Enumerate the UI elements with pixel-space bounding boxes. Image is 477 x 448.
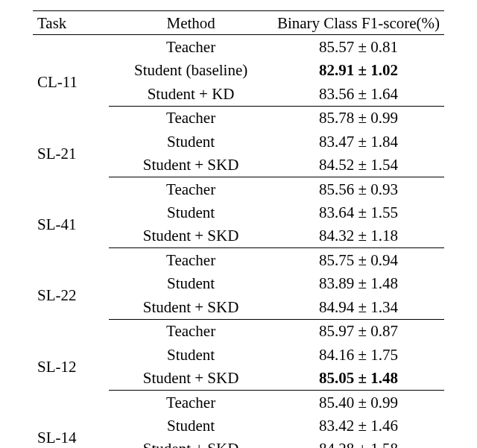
table-body: Teacher85.57 ± 0.81CL-11Student (baselin… <box>33 35 444 448</box>
score-cell: 85.56 ± 0.93 <box>273 177 444 201</box>
method-cell: Teacher <box>109 391 273 414</box>
method-cell: Student <box>109 343 273 366</box>
score-cell: 85.57 ± 0.81 <box>273 35 444 59</box>
score-cell: 85.40 ± 0.99 <box>273 391 444 414</box>
method-cell: Teacher <box>109 177 273 201</box>
task-cell-empty <box>33 319 109 343</box>
table-row: Teacher85.97 ± 0.87 <box>33 319 444 343</box>
table-row: Teacher85.57 ± 0.81 <box>33 35 444 59</box>
table-row: SL-21Student83.47 ± 1.84 <box>33 130 444 153</box>
score-cell: 85.75 ± 0.94 <box>273 248 444 272</box>
method-cell: Teacher <box>109 319 273 343</box>
method-cell: Student (baseline) <box>109 59 273 82</box>
results-table: Task Method Binary Class F1-score(%) Tea… <box>33 10 444 448</box>
task-cell-empty <box>33 391 109 414</box>
table-row: Teacher85.75 ± 0.94 <box>33 248 444 272</box>
table-row: SL-14Student83.42 ± 1.46 <box>33 414 444 437</box>
score-cell: 82.91 ± 1.02 <box>273 59 444 82</box>
score-cell: 84.94 ± 1.34 <box>273 295 444 319</box>
method-cell: Student + SKD <box>109 295 273 319</box>
method-cell: Student + SKD <box>109 224 273 248</box>
col-header-task: Task <box>33 11 109 35</box>
score-cell: 84.16 ± 1.75 <box>273 343 444 366</box>
method-cell: Student + SKD <box>109 438 273 448</box>
method-cell: Student <box>109 272 273 295</box>
table-header-row: Task Method Binary Class F1-score(%) <box>33 11 444 35</box>
method-cell: Student <box>109 130 273 153</box>
score-cell: 85.97 ± 0.87 <box>273 319 444 343</box>
table-row: SL-12Student84.16 ± 1.75 <box>33 343 444 366</box>
table-row: Teacher85.56 ± 0.93 <box>33 177 444 201</box>
score-cell: 84.32 ± 1.18 <box>273 224 444 248</box>
score-cell: 83.56 ± 1.64 <box>273 82 444 106</box>
col-header-score: Binary Class F1-score(%) <box>273 11 444 35</box>
method-cell: Student <box>109 414 273 437</box>
method-cell: Teacher <box>109 106 273 130</box>
score-cell: 83.89 ± 1.48 <box>273 272 444 295</box>
method-cell: Teacher <box>109 35 273 59</box>
table-row: SL-22Student83.89 ± 1.48 <box>33 272 444 295</box>
task-cell: SL-14 <box>33 414 109 448</box>
task-cell: SL-41 <box>33 201 109 248</box>
task-cell: SL-12 <box>33 343 109 390</box>
method-cell: Student + SKD <box>109 154 273 177</box>
task-cell: SL-22 <box>33 272 109 319</box>
score-cell: 83.47 ± 1.84 <box>273 130 444 153</box>
task-cell-empty <box>33 35 109 59</box>
score-cell: 85.05 ± 1.48 <box>273 367 444 391</box>
method-cell: Student <box>109 201 273 224</box>
task-cell-empty <box>33 106 109 130</box>
table-row: SL-41Student83.64 ± 1.55 <box>33 201 444 224</box>
method-cell: Student + KD <box>109 82 273 106</box>
table-row: Teacher85.40 ± 0.99 <box>33 391 444 414</box>
score-cell: 83.42 ± 1.46 <box>273 414 444 437</box>
method-cell: Student + SKD <box>109 367 273 391</box>
col-header-method: Method <box>109 11 273 35</box>
score-cell: 84.28 ± 1.58 <box>273 438 444 448</box>
score-cell: 85.78 ± 0.99 <box>273 106 444 130</box>
method-cell: Teacher <box>109 248 273 272</box>
table-row: Teacher85.78 ± 0.99 <box>33 106 444 130</box>
task-cell-empty <box>33 248 109 272</box>
score-cell: 84.52 ± 1.54 <box>273 154 444 177</box>
task-cell: SL-21 <box>33 130 109 177</box>
task-cell-empty <box>33 177 109 201</box>
task-cell: CL-11 <box>33 59 109 106</box>
score-cell: 83.64 ± 1.55 <box>273 201 444 224</box>
table-row: CL-11Student (baseline)82.91 ± 1.02 <box>33 59 444 82</box>
